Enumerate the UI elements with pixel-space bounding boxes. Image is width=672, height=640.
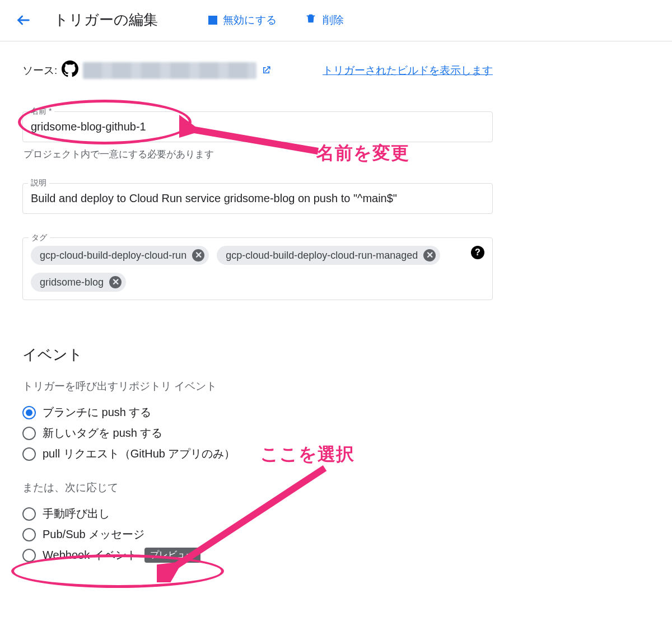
event-option[interactable]: 新しいタグを push する bbox=[22, 426, 493, 441]
event-option[interactable]: Webhook イベントプレビュー bbox=[22, 548, 493, 563]
stop-icon bbox=[208, 16, 217, 25]
event-option[interactable]: Pub/Sub メッセージ bbox=[22, 527, 493, 542]
tag-remove-icon[interactable]: ✕ bbox=[109, 276, 122, 288]
disable-label: 無効にする bbox=[223, 13, 277, 27]
preview-badge: プレビュー bbox=[144, 548, 200, 563]
help-icon[interactable]: ? bbox=[471, 246, 484, 259]
event-option-label: ブランチに push する bbox=[43, 405, 151, 420]
external-link-icon[interactable] bbox=[261, 65, 272, 76]
view-triggered-builds-link[interactable]: トリガーされたビルドを表示します bbox=[323, 63, 493, 78]
radio-icon[interactable] bbox=[22, 549, 36, 562]
name-label: 名前 * bbox=[28, 106, 54, 116]
trash-icon bbox=[305, 12, 317, 27]
tag-chip-label: gridsome-blog bbox=[40, 277, 104, 288]
delete-label: 削除 bbox=[323, 13, 344, 27]
events-repo-subhead: トリガーを呼び出すリポジトリ イベント bbox=[22, 379, 493, 394]
event-option[interactable]: pull リクエスト（GitHub アプリのみ） bbox=[22, 446, 493, 461]
tag-chip[interactable]: gcp-cloud-build-deploy-cloud-run✕ bbox=[31, 246, 209, 265]
event-option-label: pull リクエスト（GitHub アプリのみ） bbox=[43, 446, 236, 461]
events-heading: イベント bbox=[22, 345, 493, 365]
radio-icon[interactable] bbox=[22, 447, 36, 461]
event-option-label: Pub/Sub メッセージ bbox=[43, 527, 144, 542]
name-input[interactable] bbox=[22, 111, 493, 142]
radio-icon[interactable] bbox=[22, 528, 36, 541]
source-label: ソース: bbox=[22, 63, 57, 78]
description-label: 説明 bbox=[28, 178, 49, 188]
back-arrow-icon[interactable] bbox=[16, 12, 31, 28]
radio-icon[interactable] bbox=[22, 507, 36, 521]
page-title: トリガーの編集 bbox=[54, 10, 158, 30]
disable-button[interactable]: 無効にする bbox=[208, 12, 277, 27]
tag-remove-icon[interactable]: ✕ bbox=[192, 249, 204, 261]
event-option[interactable]: 手動呼び出し bbox=[22, 506, 493, 521]
name-helper: プロジェクト内で一意にする必要があります bbox=[24, 148, 492, 161]
tags-field[interactable]: タグ ? gcp-cloud-build-deploy-cloud-run✕gc… bbox=[22, 237, 493, 300]
radio-icon[interactable] bbox=[22, 427, 36, 440]
github-icon bbox=[62, 60, 78, 80]
delete-button[interactable]: 削除 bbox=[305, 12, 344, 27]
tags-label: タグ bbox=[29, 233, 50, 243]
source-repo-redacted bbox=[83, 62, 256, 79]
tag-chip[interactable]: gcp-cloud-build-deploy-cloud-run-managed… bbox=[217, 246, 440, 265]
event-option-label: 手動呼び出し bbox=[43, 506, 110, 521]
event-option[interactable]: ブランチに push する bbox=[22, 405, 493, 420]
description-input[interactable] bbox=[22, 183, 493, 214]
event-option-label: Webhook イベント bbox=[43, 548, 138, 563]
tag-chip[interactable]: gridsome-blog✕ bbox=[31, 273, 126, 292]
tag-chip-label: gcp-cloud-build-deploy-cloud-run-managed bbox=[226, 250, 418, 261]
event-option-label: 新しいタグを push する bbox=[43, 426, 162, 441]
tag-chip-label: gcp-cloud-build-deploy-cloud-run bbox=[40, 250, 186, 261]
events-or-subhead: または、次に応じて bbox=[22, 480, 493, 495]
radio-icon[interactable] bbox=[22, 406, 36, 419]
tag-remove-icon[interactable]: ✕ bbox=[423, 249, 436, 261]
